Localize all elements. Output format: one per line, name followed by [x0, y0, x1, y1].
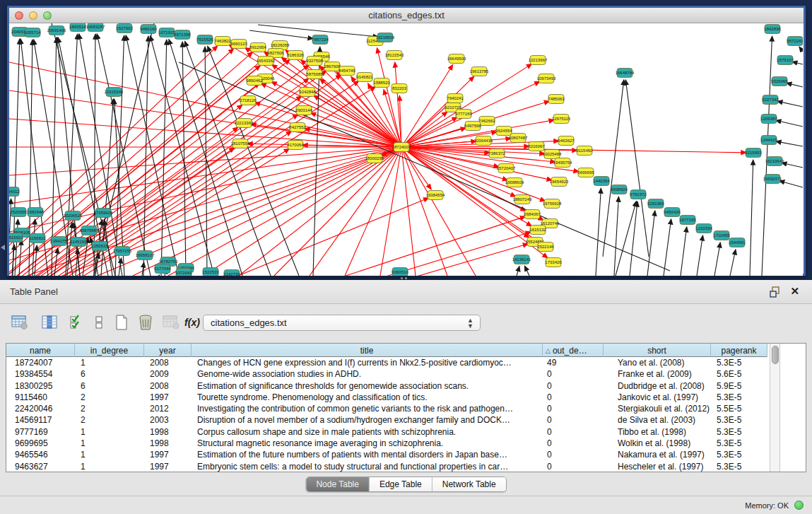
graph-node-16543362[interactable]: 16543362	[257, 57, 276, 66]
graph-node-15720407[interactable]: 15720407	[497, 164, 516, 173]
graph-node-20206526[interactable]: 20206526	[64, 211, 83, 221]
graph-node-9360510[interactable]: 9360510	[392, 268, 408, 276]
graph-node-9890462[interactable]: 9890462	[246, 76, 263, 86]
graph-node-1582948[interactable]: 1582948	[27, 208, 44, 217]
graph-node-9699695[interactable]: 9699695	[577, 168, 594, 177]
graph-node-1250515[interactable]: 1250515	[91, 242, 108, 251]
graph-node-7940241[interactable]: 7940241	[447, 94, 464, 103]
float-panel-icon[interactable]	[770, 286, 781, 298]
graph-node-1440354[interactable]: 1440354	[593, 177, 610, 186]
graph-node-5875685[interactable]: 5875685	[306, 70, 323, 79]
scrollbar-thumb[interactable]	[772, 346, 779, 364]
graph-node-9372041[interactable]: 9372041	[175, 269, 192, 276]
graph-node-7386372[interactable]: 7386372	[488, 149, 505, 158]
graph-node-9463627[interactable]: 9463627	[558, 136, 575, 146]
graph-node-1677165[interactable]: 1677165	[679, 216, 696, 225]
graph-node-1575107[interactable]: 1575107	[777, 56, 794, 65]
graph-node-16649500[interactable]: 16649500	[447, 54, 466, 64]
close-panel-icon[interactable]: ✕	[790, 285, 799, 298]
graph-node-7485063[interactable]: 7485063	[548, 95, 565, 104]
graph-node-17957255[interactable]: 17957255	[113, 247, 132, 256]
graph-node-9291956[interactable]: 9291956	[647, 199, 664, 209]
graph-node-19756928[interactable]: 19756928	[543, 199, 562, 209]
table-row[interactable]: 969969511998Structural magnetic resonanc…	[6, 438, 767, 449]
graph-node-6671358[interactable]: 6671358	[174, 30, 191, 40]
graph-node-12975115[interactable]: 12975115	[552, 115, 571, 124]
graph-node-8454749[interactable]: 8454749	[339, 66, 355, 76]
graph-node-3915921[interactable]: 3915921	[9, 233, 23, 243]
table-settings-icon[interactable]	[10, 313, 30, 332]
graph-node-19218506[interactable]: 19218506	[376, 33, 395, 42]
graph-node-3624554[interactable]: 3624554	[495, 127, 512, 136]
graph-node-8427552[interactable]: 8427552	[289, 123, 306, 132]
graph-node-2520655[interactable]: 2520655	[10, 208, 27, 217]
graph-node-1394275[interactable]: 1394275	[50, 237, 67, 246]
graph-node-1588520[interactable]: 1588520	[373, 78, 390, 88]
select-columns-icon[interactable]	[66, 313, 86, 332]
graph-node-9938924[interactable]: 9938924	[611, 185, 628, 194]
graph-node-7462662[interactable]: 7462662	[478, 117, 495, 126]
graph-node-1156811[interactable]: 1156811	[30, 234, 46, 243]
graph-hub-node-18724007[interactable]: 18724007	[392, 143, 411, 152]
graph-node-19495754[interactable]: 19495754	[553, 158, 572, 168]
graph-node-6791972[interactable]: 6791972	[630, 190, 647, 199]
window-titlebar[interactable]: citations_edges.txt	[9, 8, 804, 23]
table-row[interactable]: 911546021997Tourette syndrome. Phenomeno…	[6, 392, 767, 403]
graph-node-1209387[interactable]: 1209387	[760, 115, 777, 124]
tab-node-table[interactable]: Node Table	[306, 477, 370, 491]
graph-node-9055714[interactable]: 9055714	[24, 28, 41, 37]
graph-node-10653287[interactable]: 10653287	[86, 23, 105, 32]
column-header-year[interactable]: year	[144, 344, 192, 357]
graph-node-2142736[interactable]: 2142736	[223, 270, 240, 276]
graph-node-10025488[interactable]: 10025488	[543, 150, 562, 159]
graph-node-7515526[interactable]: 7515526	[196, 35, 213, 45]
graph-node-1145191[interactable]: 1145191	[71, 238, 88, 247]
table-row[interactable]: 977716911998Corpus callosum shape and si…	[6, 426, 767, 438]
delete-columns-icon[interactable]	[136, 313, 155, 332]
table-row[interactable]: 1872400712008Changes of HCN gene express…	[6, 357, 767, 368]
graph-node-1527602[interactable]: 1527602	[116, 24, 133, 33]
graph-node-1733426[interactable]: 1733426	[545, 258, 562, 267]
column-header-in_degree[interactable]: in_degree	[75, 344, 144, 357]
graph-node-9466160[interactable]: 9466160	[140, 25, 157, 34]
graph-node-1544591[interactable]: 1544591	[729, 238, 746, 247]
graph-node-4170064[interactable]: 4170064	[287, 141, 304, 150]
table-row[interactable]: 1456911722003Disruption of a novel membe…	[6, 414, 767, 426]
show-columns-icon[interactable]	[40, 313, 59, 332]
column-header-short[interactable]: short	[604, 344, 711, 357]
graph-node-9227342[interactable]: 9227342	[762, 95, 779, 105]
panel-collapse-arrow-icon[interactable]	[1, 245, 5, 250]
graph-node-12213363[interactable]: 12213363	[235, 119, 254, 128]
column-header-pagerank[interactable]: pagerank	[711, 344, 767, 357]
graph-node-9327508[interactable]: 9327508	[306, 57, 323, 66]
graph-node-8216067[interactable]: 8216067	[528, 142, 545, 151]
graph-node-17359928[interactable]: 17359928	[94, 209, 113, 218]
graph-node-9777169[interactable]: 9777169	[455, 110, 472, 119]
graph-node-10807487[interactable]: 10807487	[509, 134, 528, 143]
graph-node-8186328[interactable]: 8186328	[287, 51, 304, 60]
function-builder-icon[interactable]: f(x)	[182, 313, 202, 332]
table-row[interactable]: 1830029562008Estimation of significance …	[6, 380, 767, 392]
graph-node-1071915[interactable]: 1071915	[158, 28, 175, 37]
graph-node-7857224[interactable]: 7857224	[312, 35, 329, 45]
network-graph-canvas[interactable]: 1872400718300295746382296601238912954182…	[9, 23, 803, 276]
graph-node-20364436[interactable]: 20364436	[474, 136, 493, 146]
column-header-title[interactable]: title	[192, 344, 543, 357]
graph-node-19384554[interactable]: 19384554	[426, 191, 445, 200]
row-height-icon[interactable]	[89, 313, 109, 332]
graph-node-1522533[interactable]: 1522533	[202, 268, 219, 276]
graph-node-2718126[interactable]: 2718126	[240, 96, 257, 105]
graph-node-9660123[interactable]: 9660123	[230, 40, 247, 49]
table-row[interactable]: 2242004622012Investigating the contribut…	[6, 403, 767, 414]
column-header-name[interactable]: name	[6, 344, 75, 357]
tab-edge-table[interactable]: Edge Table	[370, 477, 433, 491]
graph-node-7463822[interactable]: 7463822	[214, 37, 231, 46]
table-selector-dropdown[interactable]: citations_edges.txt ▲▼	[203, 315, 481, 331]
graph-node-16648784[interactable]: 16648784	[616, 69, 635, 78]
graph-node-9329966[interactable]: 9329966	[771, 77, 788, 86]
graph-node-18107554[interactable]: 18107554	[231, 139, 250, 148]
graph-node-18122543[interactable]: 18122543	[385, 51, 404, 60]
graph-node-1710455[interactable]: 1710455	[713, 231, 730, 240]
column-header-out_de[interactable]: △out_de…	[543, 344, 604, 357]
graph-node-9572241[interactable]: 9572241	[787, 37, 803, 46]
